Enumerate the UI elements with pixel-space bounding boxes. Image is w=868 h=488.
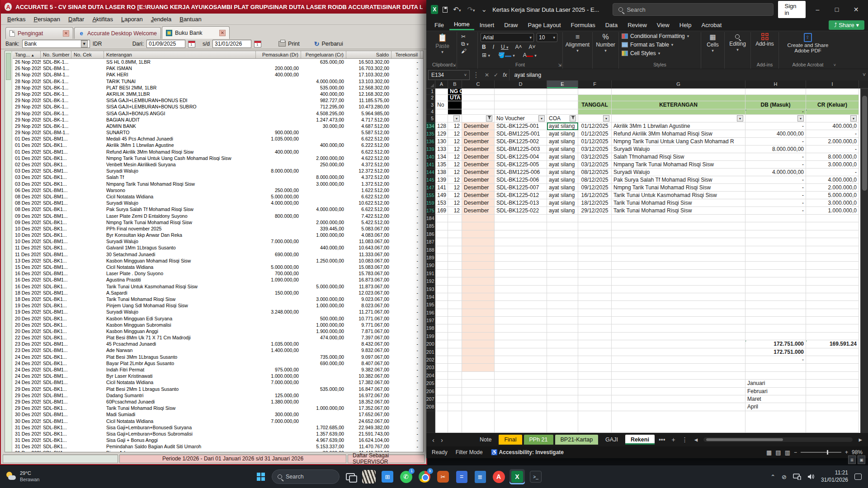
- cell-B145[interactable]: 12: [448, 176, 462, 184]
- cell-F194[interactable]: [578, 293, 612, 301]
- cell-A135[interactable]: 129: [435, 130, 448, 138]
- cell-H206[interactable]: Februari: [745, 388, 806, 395]
- row-header-155[interactable]: 155: [426, 192, 435, 199]
- start-button[interactable]: [253, 469, 269, 484]
- grid-row-202[interactable]: 202-: [426, 356, 868, 364]
- cell-A203[interactable]: [435, 364, 448, 371]
- grid-row-207[interactable]: 207Maret: [426, 395, 868, 403]
- row-header-204[interactable]: 204: [426, 372, 435, 380]
- table-row[interactable]: 26 Nop 2025SDL-BK-1...SS HL 0.8MM, 1LBR6…: [13, 59, 423, 65]
- cell-C201[interactable]: [462, 348, 495, 356]
- cells-button[interactable]: ▦ Cells▾: [707, 33, 719, 53]
- table-row[interactable]: 24 Des 2025SDL-BM1...Indah Fitri Permat9…: [13, 366, 423, 373]
- cell-I200[interactable]: 169.591.24: [806, 340, 859, 348]
- grid-row-199[interactable]: 199: [426, 333, 868, 340]
- page-layout-view-icon[interactable]: ▤: [775, 449, 781, 456]
- cell-E187[interactable]: [547, 238, 578, 246]
- cell-I187[interactable]: [806, 238, 859, 246]
- column-header-keterangan[interactable]: Keterangan: [104, 51, 256, 58]
- cell-C207[interactable]: [462, 395, 495, 403]
- cell-B186[interactable]: [448, 230, 462, 238]
- cell-B2[interactable]: UTA L: [448, 95, 462, 101]
- grid-row-5[interactable]: 5▾No Voucher▾COA▾▾▾▾: [426, 115, 868, 122]
- cell-H144[interactable]: 4.000.000,00: [745, 169, 806, 176]
- cell-E205[interactable]: [547, 380, 578, 387]
- taskbar-app-anydesk[interactable]: A: [491, 469, 506, 484]
- cell-F144[interactable]: 08/12/2025: [578, 169, 612, 176]
- grid-filler-row[interactable]: [426, 411, 868, 433]
- grid-row-175[interactable]: 17516912DesemberSDL-BK1225-022ayat silan…: [426, 207, 868, 215]
- cell-G194[interactable]: [612, 293, 745, 301]
- cell-E5[interactable]: COA: [547, 115, 578, 122]
- cell-D1[interactable]: [495, 89, 547, 95]
- cell-D205[interactable]: [495, 380, 547, 387]
- cell-B193[interactable]: [448, 286, 462, 293]
- cell-C139[interactable]: Desember: [462, 145, 495, 153]
- cell-B147[interactable]: 12: [448, 184, 462, 192]
- cell-C144[interactable]: Desember: [462, 169, 495, 176]
- row-header-196[interactable]: 196: [426, 309, 435, 317]
- table-row[interactable]: 03 Des 2025SDL-BK1...Nmpang Tarik Tunai …: [13, 181, 423, 187]
- cell-G5[interactable]: ▾: [612, 115, 745, 122]
- cell-G207[interactable]: [612, 395, 745, 403]
- cell-H3[interactable]: DB (Masuk): [745, 101, 806, 109]
- font-name-combo[interactable]: Arial▾: [481, 33, 534, 42]
- print-button[interactable]: Print: [276, 41, 302, 47]
- cell-D188[interactable]: [495, 246, 547, 254]
- tab-close-icon[interactable]: ✕: [63, 30, 69, 37]
- cell-A186[interactable]: [435, 230, 448, 238]
- zoom-slider[interactable]: [801, 452, 841, 453]
- table-row[interactable]: 30 Des 2025SDL-BM1...Cicil Notatata Widi…: [13, 418, 423, 424]
- cell-D201[interactable]: [495, 348, 547, 356]
- cell-I191[interactable]: [806, 270, 859, 277]
- cell-F196[interactable]: [578, 309, 612, 317]
- cell-H207[interactable]: Maret: [745, 395, 806, 403]
- grid-row-141[interactable]: 14113512DesemberSDL-BK1225-005ayat silan…: [426, 161, 868, 169]
- cell-B195[interactable]: [448, 301, 462, 309]
- font-color-icon[interactable]: A ▾: [522, 52, 538, 59]
- cell-H198[interactable]: [745, 324, 806, 332]
- cell-I3[interactable]: CR (Keluar): [806, 101, 859, 109]
- cell-C187[interactable]: [462, 238, 495, 246]
- grid-row-193[interactable]: 193: [426, 286, 868, 293]
- network-display-icon[interactable]: [793, 474, 801, 480]
- cell-B1[interactable]: NG GI: [448, 89, 462, 95]
- cell-E204[interactable]: [547, 372, 578, 380]
- table-row[interactable]: 24 Des 2025SDL-BK1...Bayar Plat 2Lmbr Ag…: [13, 360, 423, 366]
- row-header-198[interactable]: 198: [426, 324, 435, 332]
- cell-A187[interactable]: [435, 238, 448, 246]
- cell-I196[interactable]: [806, 309, 859, 317]
- row-header-191[interactable]: 191: [426, 270, 435, 277]
- cell-C204[interactable]: [462, 372, 495, 380]
- table-row[interactable]: 11 Des 2025SDL-BM1...30 Setachmad Junaed…: [13, 251, 423, 258]
- cell-D195[interactable]: [495, 301, 547, 309]
- cell-F159[interactable]: 18/12/2025: [578, 199, 612, 207]
- cell-A145[interactable]: 139: [435, 176, 448, 184]
- table-row[interactable]: 26 Nop 2025SDL-BM-1...PAK HERI400.000,00…: [13, 71, 423, 78]
- row-header-205[interactable]: 205: [426, 380, 435, 387]
- cell-D199[interactable]: [495, 333, 547, 340]
- cell-G185[interactable]: [612, 222, 745, 230]
- cell-I4[interactable]: [806, 109, 859, 115]
- table-row[interactable]: 10 Des 2025SDL-BK1...Byr Konsultan kkp A…: [13, 232, 423, 238]
- cell-I136[interactable]: 2.000.000,0: [806, 138, 859, 145]
- cell-D206[interactable]: [495, 388, 547, 395]
- cell-D204[interactable]: [495, 372, 547, 380]
- table-row[interactable]: 20 Des 2025SDL-BK1...Kasbon Mingguan Ang…: [13, 328, 423, 334]
- cell-G203[interactable]: [612, 364, 745, 371]
- cell-B194[interactable]: [448, 293, 462, 301]
- taskbar-app-whatsapp[interactable]: ✆1: [398, 469, 414, 484]
- calendar-to-icon[interactable]: [254, 41, 261, 47]
- calendar-from-icon[interactable]: [188, 41, 195, 47]
- cell-F147[interactable]: 09/12/2025: [578, 184, 612, 192]
- cell-F135[interactable]: 01/12/2025: [578, 130, 612, 138]
- cell-D[interactable]: [495, 411, 547, 433]
- filter-dropdown-icon[interactable]: ▾: [603, 115, 609, 122]
- ribbon-tab-data[interactable]: Data: [601, 20, 622, 30]
- status-filter-mode[interactable]: Filter Mode: [456, 449, 483, 455]
- cell-F185[interactable]: [578, 222, 612, 230]
- cell-A197[interactable]: [435, 317, 448, 324]
- cell-D191[interactable]: [495, 270, 547, 277]
- cell-C188[interactable]: [462, 246, 495, 254]
- cell-E135[interactable]: ayat silang: [547, 130, 578, 138]
